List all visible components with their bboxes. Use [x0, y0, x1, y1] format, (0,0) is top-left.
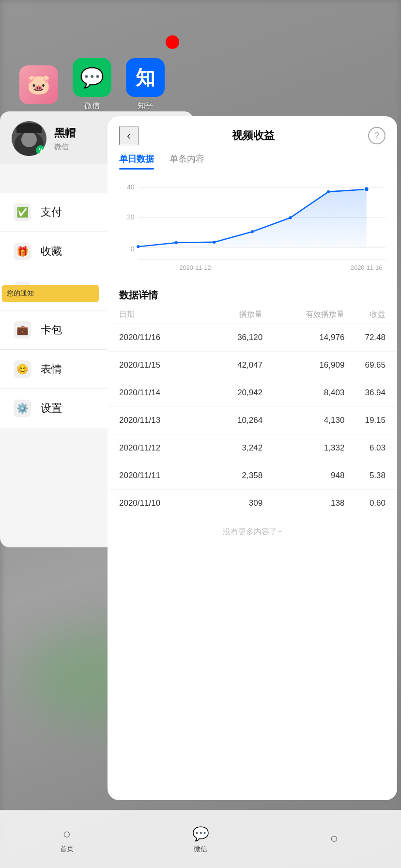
row3-effective: 8,403	[262, 388, 344, 398]
row4-effective: 4,130	[262, 416, 344, 425]
row1-plays: 36,120	[201, 333, 262, 342]
notice-text: 您的通知	[7, 289, 34, 298]
chart-dot-4	[251, 230, 254, 233]
pig-app-icon[interactable]: 🐷	[19, 65, 58, 104]
row7-plays: 309	[201, 498, 262, 508]
row2-revenue: 69.65	[344, 360, 386, 370]
no-more-text: 没有更多内容了~	[223, 527, 281, 536]
svg-text:20: 20	[127, 213, 134, 220]
zhihu-tabs: 单日数据 单条内容	[108, 145, 397, 170]
data-section-title: 数据详情	[108, 281, 397, 306]
tab-single-label: 单条内容	[170, 154, 204, 164]
row5-date: 2020/11/12	[119, 443, 201, 453]
app-icons-row: 🐷 💬 微信 知 知乎	[0, 58, 401, 111]
row3-revenue: 36.94	[344, 388, 386, 398]
wechat-app-icon[interactable]: 💬	[73, 58, 111, 97]
row3-plays: 20,942	[201, 388, 262, 398]
row4-date: 2020/11/13	[119, 416, 201, 425]
chart-dot-5	[289, 216, 292, 219]
zhihu-modal: ‹ 视频收益 ? 单日数据 单条内容 40 20 0 2020-11-12	[108, 116, 397, 800]
revenue-chart: 40 20 0 2020-11-12 2020-11-16	[119, 177, 386, 277]
zhihu-app-wrapper[interactable]: 知 知乎	[126, 58, 165, 111]
help-button[interactable]: ?	[368, 127, 386, 144]
zhihu-modal-header: ‹ 视频收益 ?	[108, 116, 397, 145]
row2-date: 2020/11/15	[119, 360, 201, 370]
avatar-hat	[16, 123, 42, 133]
row4-revenue: 19.15	[344, 416, 386, 425]
chart-dot-1	[137, 245, 139, 248]
bottom-bar: ○ 首页 💬 微信 ○	[0, 810, 401, 868]
discover-icon: ○	[325, 830, 343, 847]
wallet-label: 卡包	[41, 323, 62, 337]
home-label: 首页	[60, 845, 74, 853]
wechat-username: 黑帽	[54, 126, 76, 140]
emoji-icon: 😊	[14, 360, 31, 378]
notice-bar: 您的通知	[2, 285, 99, 302]
zhihu-app-icon[interactable]: 知	[126, 58, 165, 97]
row6-effective: 948	[262, 471, 344, 480]
bottom-tab-wechat[interactable]: 💬 微信	[192, 825, 209, 853]
row5-effective: 1,332	[262, 443, 344, 453]
chart-container: 40 20 0 2020-11-12 2020-11-16	[108, 170, 397, 281]
wechat-app-label: 微信	[84, 101, 100, 111]
favorites-icon: 🎁	[14, 243, 31, 260]
chart-dot-6	[327, 190, 330, 193]
col-plays: 播放量	[201, 310, 262, 320]
chart-dot-7	[364, 187, 369, 192]
no-more-content: 没有更多内容了~	[108, 517, 397, 547]
row1-revenue: 72.48	[344, 333, 386, 342]
tab-single[interactable]: 单条内容	[170, 153, 204, 170]
table-row: 2020/11/11 2,358 948 5.38	[108, 462, 397, 490]
tab-daily[interactable]: 单日数据	[119, 153, 154, 170]
col-effective: 有效播放量	[262, 310, 344, 320]
table-row: 2020/11/16 36,120 14,976 72.48	[108, 324, 397, 352]
bottom-tab-discover[interactable]: ○	[325, 830, 343, 849]
notification-badge	[166, 35, 179, 49]
back-icon: ‹	[127, 129, 131, 142]
pig-app-wrapper[interactable]: 🐷	[19, 65, 58, 104]
table-row: 2020/11/10 309 138 0.60	[108, 490, 397, 517]
wechat-subtitle: 微信	[54, 142, 76, 152]
row4-plays: 10,264	[201, 416, 262, 425]
pay-icon: ✅	[14, 203, 31, 221]
wechat-tab-icon: 💬	[192, 825, 209, 843]
home-icon: ○	[58, 825, 76, 843]
row1-effective: 14,976	[262, 333, 344, 342]
zhihu-app-label: 知乎	[138, 101, 153, 111]
help-icon: ?	[374, 131, 379, 141]
pay-label: 支付	[41, 205, 62, 219]
back-button[interactable]: ‹	[119, 126, 139, 145]
settings-icon: ⚙️	[14, 400, 31, 417]
row5-plays: 3,242	[201, 443, 262, 453]
emoji-label: 表情	[41, 362, 62, 376]
table-header: 日期 播放量 有效播放量 收益	[108, 306, 397, 324]
wallet-icon: 💼	[14, 321, 31, 339]
svg-text:40: 40	[127, 183, 134, 190]
zhihu-icon-text: 知	[136, 64, 155, 91]
tab-daily-label: 单日数据	[119, 154, 154, 164]
table-row: 2020/11/12 3,242 1,332 6.03	[108, 434, 397, 462]
row3-date: 2020/11/14	[119, 388, 201, 398]
row6-plays: 2,358	[201, 471, 262, 480]
data-section: 数据详情 日期 播放量 有效播放量 收益 2020/11/16 36,120 1…	[108, 281, 397, 800]
row1-date: 2020/11/16	[119, 333, 201, 342]
modal-title: 视频收益	[232, 128, 275, 143]
avatar-face	[21, 132, 37, 147]
row7-date: 2020/11/10	[119, 498, 201, 508]
row7-effective: 138	[262, 498, 344, 508]
chart-dot-3	[213, 241, 216, 244]
wechat-app-wrapper[interactable]: 💬 微信	[73, 58, 111, 111]
chart-area-fill	[138, 189, 366, 247]
bottom-tab-home[interactable]: ○ 首页	[58, 825, 76, 853]
col-date: 日期	[119, 310, 201, 320]
vip-badge: V	[36, 145, 46, 155]
svg-text:0: 0	[131, 245, 135, 253]
row6-date: 2020/11/11	[119, 471, 201, 480]
table-row: 2020/11/14 20,942 8,403 36.94	[108, 379, 397, 407]
wechat-avatar: V	[12, 121, 46, 156]
row2-plays: 42,047	[201, 360, 262, 370]
table-row: 2020/11/15 42,047 16,909 69.65	[108, 352, 397, 379]
wechat-tab-label: 微信	[194, 845, 207, 853]
col-revenue: 收益	[344, 310, 386, 320]
settings-label: 设置	[41, 401, 62, 416]
